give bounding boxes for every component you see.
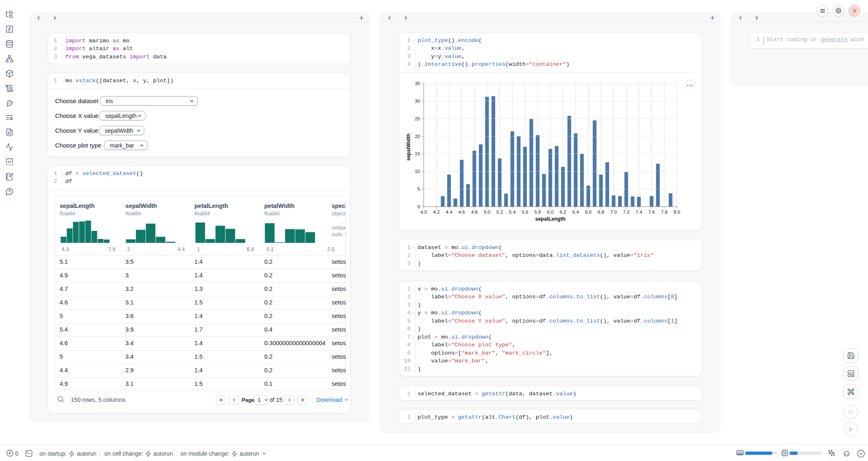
svg-text:sepalWidth: sepalWidth — [406, 134, 411, 161]
svg-text:6.2: 6.2 — [560, 210, 566, 214]
svg-text:0: 0 — [418, 204, 420, 209]
svg-text:6.8: 6.8 — [598, 210, 604, 214]
svg-text:25: 25 — [415, 116, 420, 121]
svg-text:4.8: 4.8 — [471, 210, 478, 214]
svg-text:7.8: 7.8 — [661, 210, 667, 214]
svg-text:4.6: 4.6 — [458, 210, 465, 214]
svg-text:6.6: 6.6 — [585, 210, 591, 214]
svg-text:15: 15 — [415, 151, 420, 156]
svg-text:6.0: 6.0 — [547, 210, 554, 214]
svg-text:7.6: 7.6 — [648, 210, 655, 214]
svg-text:7.0: 7.0 — [610, 210, 617, 214]
svg-text:4.4: 4.4 — [446, 210, 453, 214]
svg-text:30: 30 — [415, 99, 420, 104]
svg-text:5.8: 5.8 — [534, 210, 541, 214]
svg-text:10: 10 — [415, 169, 420, 174]
svg-text:sepalLength: sepalLength — [535, 216, 566, 222]
svg-text:5.2: 5.2 — [496, 210, 503, 214]
svg-text:7.2: 7.2 — [623, 210, 630, 214]
svg-text:5.0: 5.0 — [484, 210, 490, 214]
svg-text:4.0: 4.0 — [420, 210, 427, 214]
svg-text:4.2: 4.2 — [433, 210, 440, 214]
svg-text:5: 5 — [418, 187, 420, 191]
svg-text:5.6: 5.6 — [522, 210, 528, 214]
svg-text:6.4: 6.4 — [573, 210, 579, 214]
svg-text:7.4: 7.4 — [636, 210, 643, 214]
svg-text:35: 35 — [415, 81, 420, 86]
svg-text:8.0: 8.0 — [674, 210, 680, 214]
svg-text:5.4: 5.4 — [509, 210, 516, 214]
svg-text:20: 20 — [415, 134, 420, 139]
